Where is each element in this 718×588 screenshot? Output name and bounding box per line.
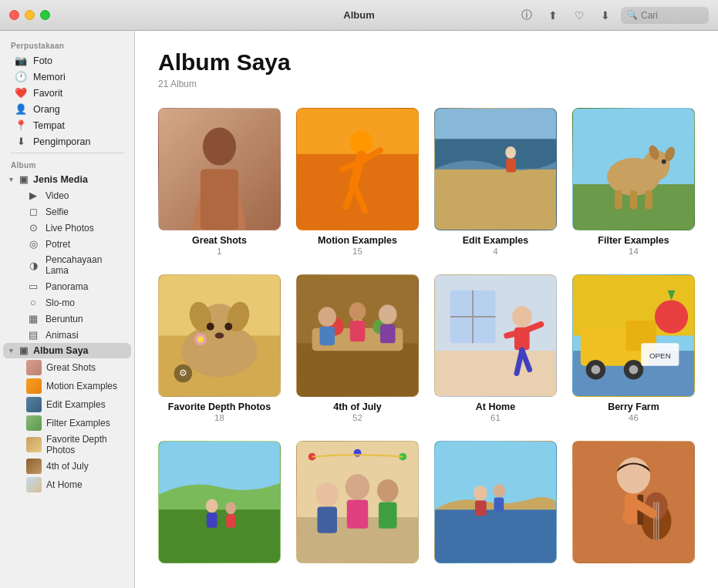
sidebar-label-tempat: Tempat — [33, 120, 65, 131]
album-thumbnail-row3-3 — [434, 441, 557, 563]
sidebar-item-pencahayaan[interactable]: ◑ Pencahayaan Lama — [3, 252, 131, 278]
sidebar-label-video: Video — [46, 190, 69, 201]
albums-grid: Great Shots 1 — [158, 108, 695, 563]
sidebar-item-livephotos[interactable]: ⊙ Live Photos — [3, 220, 131, 236]
album-thumbnail-edit-examples — [434, 108, 557, 230]
download-button[interactable]: ⬇ — [595, 7, 616, 24]
foto-icon: 📷 — [14, 55, 28, 66]
album-card-row3-4[interactable] — [572, 441, 695, 563]
sidebar-item-slomo[interactable]: ○ Slo-mo — [3, 294, 131, 311]
album-card-great-shots[interactable]: Great Shots 1 — [158, 108, 281, 256]
svg-rect-83 — [207, 512, 217, 528]
sidebar-label-pencahayaan: Pencahayaan Lama — [46, 254, 123, 276]
media-type-group-header[interactable]: ▾ ▣ Jenis Media — [3, 172, 131, 187]
album-name-4th-july: 4th of July — [296, 402, 419, 412]
sidebar-item-favorite-depth[interactable]: Favorite Depth Photos — [3, 432, 131, 457]
album-card-motion-examples[interactable]: Motion Examples 15 — [296, 108, 419, 256]
svg-point-40 — [197, 336, 204, 342]
sidebar-item-foto[interactable]: 📷 Foto — [3, 52, 131, 69]
4th-july-thumb — [26, 459, 42, 474]
beruntun-icon: ▦ — [26, 313, 40, 324]
album-card-row3-2[interactable] — [296, 441, 419, 563]
svg-rect-54 — [380, 324, 396, 344]
album-card-at-home[interactable]: At Home 61 — [434, 274, 557, 422]
album-thumbnail-4th-july — [296, 274, 419, 397]
album-card-4th-july[interactable]: 4th of July 52 — [296, 274, 419, 422]
slomo-icon: ○ — [26, 297, 40, 308]
livephotos-icon: ⊙ — [26, 222, 40, 234]
sidebar-label-beruntun: Beruntun — [46, 314, 83, 324]
sidebar-item-orang[interactable]: 👤 Orang — [3, 101, 131, 117]
album-card-row3-1[interactable] — [158, 441, 281, 563]
selfie-icon: ◻ — [26, 206, 40, 217]
sidebar-item-pengimporan[interactable]: ⬇ Pengimporan — [3, 133, 131, 150]
my-albums-label: Album Saya — [33, 345, 89, 356]
svg-point-102 — [494, 484, 506, 498]
media-type-label: Jenis Media — [33, 174, 88, 185]
sidebar-label-motion-examples: Motion Examples — [46, 381, 117, 391]
main-content: Album Saya 21 Album — [135, 31, 718, 588]
sidebar-item-edit-examples[interactable]: Edit Examples — [3, 395, 131, 414]
heart-button[interactable]: ♡ — [568, 7, 590, 24]
svg-point-82 — [206, 499, 218, 513]
sidebar-item-panorama[interactable]: ▭ Panorama — [3, 278, 131, 294]
sidebar-item-favorit[interactable]: ❤️ Favorit — [3, 85, 131, 101]
sidebar-item-potret[interactable]: ◎ Potret — [3, 236, 131, 252]
info-button[interactable]: ⓘ — [516, 7, 538, 24]
sidebar-label-4th-july: 4th of July — [46, 461, 89, 472]
media-type-chevron: ▾ — [9, 176, 13, 183]
sidebar-item-selfie[interactable]: ◻ Selfie — [3, 203, 131, 220]
album-name-great-shots: Great Shots — [158, 235, 281, 246]
my-albums-group-header[interactable]: ▾ ▣ Album Saya — [3, 343, 131, 358]
motion-examples-thumb — [26, 378, 42, 394]
sidebar-item-at-home[interactable]: At Home — [3, 475, 131, 494]
minimize-button[interactable] — [25, 10, 35, 20]
sidebar-item-memori[interactable]: 🕐 Memori — [3, 69, 131, 85]
svg-rect-28 — [630, 190, 638, 210]
search-input[interactable] — [641, 10, 703, 21]
svg-rect-85 — [226, 514, 235, 528]
page-title: Album Saya — [158, 49, 695, 76]
svg-point-100 — [474, 486, 487, 501]
search-box[interactable]: 🔍 — [621, 7, 709, 24]
sidebar-item-video[interactable]: ▶ Video — [3, 187, 131, 203]
album-card-row3-3[interactable] — [434, 441, 557, 563]
svg-rect-91 — [347, 500, 368, 529]
sidebar-item-animasi[interactable]: ▤ Animasi — [3, 327, 131, 343]
svg-line-64 — [507, 332, 522, 336]
sidebar-label-selfie: Selfie — [46, 207, 69, 217]
sidebar-label-favorite-depth: Favorite Depth Photos — [46, 434, 123, 455]
album-card-favorite-depth[interactable]: ⚙ Favorite Depth Photos 18 — [158, 274, 281, 422]
favorit-icon: ❤️ — [14, 87, 28, 99]
sidebar-item-beruntun[interactable]: ▦ Beruntun — [3, 311, 131, 327]
album-card-edit-examples[interactable]: Edit Examples 4 — [434, 108, 557, 256]
at-home-thumb — [26, 477, 42, 492]
close-button[interactable] — [9, 10, 19, 20]
album-card-filter-examples[interactable]: Filter Examples 14 — [572, 108, 695, 256]
svg-point-26 — [662, 160, 666, 164]
album-section-label: Album — [0, 156, 134, 172]
potret-icon: ◎ — [26, 238, 40, 250]
album-card-berry-farm[interactable]: OPEN Berry Farm 46 — [572, 274, 695, 422]
svg-point-16 — [505, 146, 516, 159]
sidebar-item-filter-examples[interactable]: Filter Examples — [3, 414, 131, 432]
album-count-motion-examples: 15 — [296, 247, 419, 256]
sidebar-item-4th-july[interactable]: 4th of July — [3, 457, 131, 475]
sidebar-item-tempat[interactable]: 📍 Tempat — [3, 117, 131, 133]
sidebar-label-foto: Foto — [33, 55, 52, 66]
album-count-edit-examples: 4 — [434, 247, 557, 256]
album-name-filter-examples: Filter Examples — [572, 235, 695, 246]
sidebar-item-motion-examples[interactable]: Motion Examples — [3, 377, 131, 395]
album-thumbnail-row3-2 — [296, 441, 419, 563]
share-button[interactable]: ⬆ — [542, 7, 564, 24]
sidebar-label-animasi: Animasi — [46, 330, 79, 341]
window-title: Album — [343, 9, 374, 21]
album-name-edit-examples: Edit Examples — [434, 235, 557, 246]
animasi-icon: ▤ — [26, 329, 40, 341]
album-name-motion-examples: Motion Examples — [296, 235, 419, 246]
edit-examples-thumb — [26, 397, 42, 412]
svg-point-76 — [655, 300, 688, 333]
sidebar-item-great-shots[interactable]: Great Shots — [3, 358, 131, 377]
album-thumbnail-great-shots — [158, 108, 281, 230]
maximize-button[interactable] — [40, 10, 50, 20]
